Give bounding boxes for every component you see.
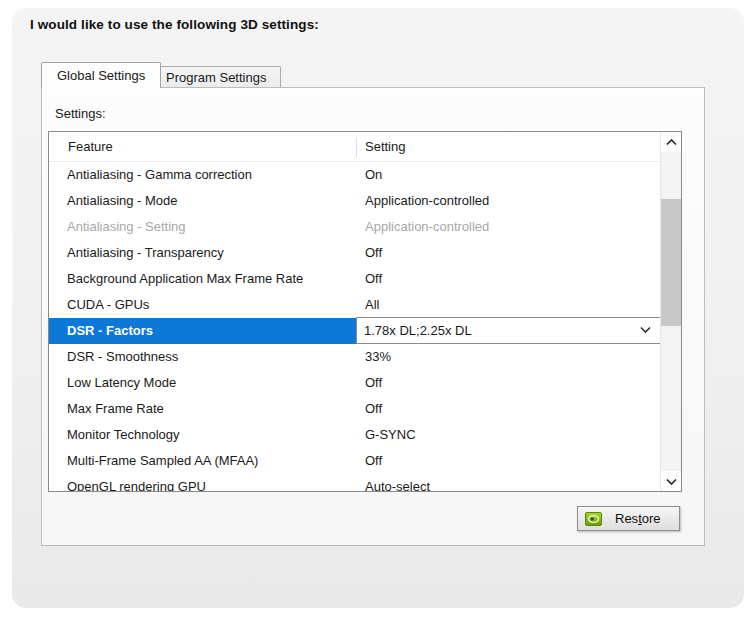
setting-cell: All — [365, 292, 379, 318]
feature-cell: Background Application Max Frame Rate — [49, 271, 303, 286]
table-body: Antialiasing - Gamma correction On Antia… — [49, 162, 660, 491]
setting-cell: Application-controlled — [365, 188, 489, 214]
table-header: Feature Setting — [49, 132, 681, 162]
feature-cell: Antialiasing - Mode — [49, 193, 178, 208]
feature-cell: DSR - Smoothness — [49, 349, 178, 364]
table-row[interactable]: OpenGL rendering GPU Auto-select — [49, 474, 660, 491]
setting-cell: On — [365, 162, 382, 188]
setting-cell: Off — [365, 370, 382, 396]
table-row[interactable]: CUDA - GPUs All — [49, 292, 660, 318]
restore-button-label: Restore — [615, 511, 661, 526]
scroll-up-button[interactable] — [661, 132, 682, 152]
table-row-selected[interactable]: DSR - Factors 1.78x DL;2.25x DL — [49, 318, 660, 344]
setting-cell: 33% — [365, 344, 391, 370]
feature-cell: DSR - Factors — [49, 323, 153, 338]
setting-cell: Off — [365, 240, 382, 266]
scroll-down-icon — [666, 478, 677, 485]
table-row[interactable]: DSR - Smoothness 33% — [49, 344, 660, 370]
setting-cell: G-SYNC — [365, 422, 416, 448]
table-row[interactable]: Multi-Frame Sampled AA (MFAA) Off — [49, 448, 660, 474]
scroll-up-icon — [666, 139, 677, 146]
nvidia-logo-icon — [585, 512, 602, 526]
table-row[interactable]: Max Frame Rate Off — [49, 396, 660, 422]
scrollbar-thumb[interactable] — [661, 199, 682, 326]
feature-cell: Antialiasing - Transparency — [49, 245, 224, 260]
setting-cell: Application-controlled — [365, 214, 489, 240]
table-row[interactable]: Antialiasing - Transparency Off — [49, 240, 660, 266]
feature-cell: Multi-Frame Sampled AA (MFAA) — [49, 453, 258, 468]
column-header-setting: Setting — [365, 132, 405, 162]
table-row[interactable]: Low Latency Mode Off — [49, 370, 660, 396]
settings-table: Feature Setting Antialiasing - Gamma cor… — [48, 131, 682, 492]
feature-cell: OpenGL rendering GPU — [49, 479, 206, 491]
feature-cell: CUDA - GPUs — [49, 297, 149, 312]
scroll-down-button[interactable] — [661, 471, 682, 491]
combobox-value: 1.78x DL;2.25x DL — [364, 323, 472, 338]
setting-cell: Off — [365, 266, 382, 292]
setting-cell: Off — [365, 448, 382, 474]
tab-global-settings[interactable]: Global Settings — [41, 62, 161, 88]
table-row[interactable]: Antialiasing - Mode Application-controll… — [49, 188, 660, 214]
table-row[interactable]: Antialiasing - Gamma correction On — [49, 162, 660, 188]
table-row[interactable]: Background Application Max Frame Rate Of… — [49, 266, 660, 292]
vertical-scrollbar[interactable] — [660, 132, 681, 491]
setting-cell: Off — [365, 396, 382, 422]
manage-3d-settings-page: I would like to use the following 3D set… — [0, 0, 748, 620]
restore-button[interactable]: Restore — [577, 506, 680, 531]
feature-cell: Monitor Technology — [49, 427, 180, 442]
page-title: I would like to use the following 3D set… — [30, 17, 319, 32]
column-header-feature: Feature — [49, 132, 113, 162]
feature-cell: Low Latency Mode — [49, 375, 176, 390]
feature-cell: Antialiasing - Gamma correction — [49, 167, 252, 182]
setting-cell: Auto-select — [365, 474, 430, 491]
column-divider — [356, 137, 357, 157]
table-row[interactable]: Antialiasing - Setting Application-contr… — [49, 214, 660, 240]
feature-cell: Antialiasing - Setting — [49, 219, 186, 234]
tab-program-settings[interactable]: Program Settings — [151, 66, 281, 87]
feature-cell: Max Frame Rate — [49, 401, 164, 416]
settings-label: Settings: — [55, 106, 106, 121]
table-row[interactable]: Monitor Technology G-SYNC — [49, 422, 660, 448]
dsr-factors-combobox[interactable]: 1.78x DL;2.25x DL — [356, 317, 660, 344]
chevron-down-icon — [640, 326, 651, 334]
